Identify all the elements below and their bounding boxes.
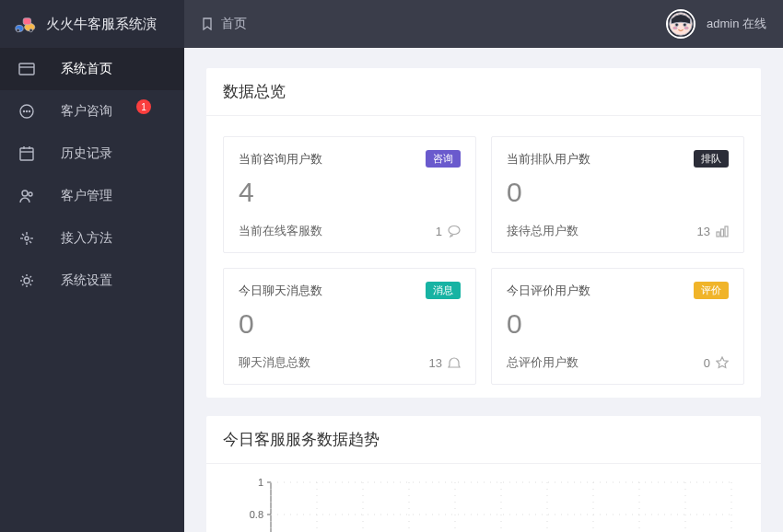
nav-label: 历史记录 (61, 145, 112, 162)
gear-icon (18, 272, 35, 289)
card-bottom-label: 总评价用户数 (507, 354, 578, 371)
card-big-value: 0 (239, 308, 461, 340)
calendar-icon (18, 145, 35, 162)
nav-history[interactable]: 历史记录 (0, 133, 184, 175)
svg-point-9 (27, 111, 28, 112)
card-big-value: 0 (507, 177, 729, 208)
svg-point-8 (24, 111, 25, 112)
overview-panel: 数据总览 当前咨询用户数咨询4当前在线客服数1当前排队用户数排队0接待总用户数1… (206, 68, 761, 398)
brand: 火火牛客服系统演 (0, 0, 184, 48)
stat-card: 当前排队用户数排队0接待总用户数13 (491, 136, 744, 253)
card-bottom-icon (716, 356, 729, 369)
connect-icon (18, 230, 35, 247)
user-status: admin 在线 (707, 16, 766, 32)
nav-settings[interactable]: 系统设置 (0, 260, 184, 302)
overview-heading: 数据总览 (206, 68, 761, 116)
svg-point-27 (675, 23, 679, 27)
card-top-label: 当前咨询用户数 (239, 151, 322, 168)
user-menu[interactable]: admin 在线 (666, 9, 766, 39)
brand-logo-icon (13, 15, 39, 33)
svg-point-17 (25, 237, 29, 240)
card-top-label: 今日聊天消息数 (239, 283, 322, 299)
svg-point-30 (684, 27, 688, 29)
card-bottom-label: 聊天消息总数 (239, 354, 310, 371)
svg-line-23 (29, 241, 31, 243)
nav-home[interactable]: 系统首页 (0, 48, 184, 90)
nav-label: 系统设置 (61, 272, 112, 289)
svg-line-22 (22, 234, 24, 236)
svg-point-31 (449, 226, 460, 235)
sidebar: 火火牛客服系统演 系统首页 客户咨询 1 历史记录 客户管理 接入方 (0, 0, 184, 532)
card-tag: 评价 (694, 282, 729, 299)
svg-point-16 (29, 192, 32, 196)
content: 数据总览 当前咨询用户数咨询4当前在线客服数1当前排队用户数排队0接待总用户数1… (184, 48, 783, 532)
card-top-label: 今日评价用户数 (507, 283, 590, 299)
trend-heading: 今日客服服务数据趋势 (206, 416, 761, 464)
users-icon (18, 188, 35, 204)
nav-consult[interactable]: 客户咨询 1 (0, 90, 184, 133)
card-bottom-icon (448, 225, 461, 237)
window-icon (18, 61, 35, 77)
card-bottom-label: 当前在线客服数 (239, 223, 322, 239)
svg-rect-33 (721, 229, 724, 237)
nav-list: 系统首页 客户咨询 1 历史记录 客户管理 接入方法 系统设置 (0, 48, 184, 302)
svg-point-15 (22, 191, 28, 196)
nav-label: 客户咨询 (61, 103, 112, 120)
trend-chart: 10.8 (206, 464, 761, 532)
stat-card: 今日评价用户数评价0总评价用户数0 (491, 268, 744, 385)
card-bottom-value: 13 (697, 225, 710, 238)
page-title: 首页 (221, 16, 247, 32)
avatar (666, 9, 695, 39)
svg-rect-32 (717, 232, 719, 237)
svg-point-10 (29, 111, 30, 112)
nav-label: 客户管理 (61, 188, 112, 204)
card-bottom-label: 接待总用户数 (507, 223, 578, 239)
nav-badge: 1 (136, 99, 151, 114)
svg-rect-5 (19, 64, 34, 75)
card-tag: 排队 (694, 150, 729, 168)
bookmark-icon (201, 17, 214, 30)
topbar: 首页 admin 在线 (184, 0, 783, 48)
svg-point-4 (29, 29, 32, 32)
stat-card: 当前咨询用户数咨询4当前在线客服数1 (223, 136, 476, 253)
card-bottom-icon (716, 225, 729, 237)
svg-point-3 (17, 29, 20, 32)
card-bottom-value: 13 (429, 356, 442, 370)
svg-rect-2 (23, 18, 30, 25)
card-big-value: 4 (239, 177, 461, 208)
svg-rect-34 (725, 226, 728, 237)
nav-label: 系统首页 (61, 61, 112, 77)
card-big-value: 0 (507, 308, 729, 340)
svg-point-28 (684, 23, 687, 27)
trend-panel: 今日客服服务数据趋势 10.8 (206, 416, 761, 532)
svg-text:1: 1 (258, 477, 263, 488)
svg-point-29 (673, 27, 677, 29)
chat-icon (18, 103, 35, 120)
nav-customers[interactable]: 客户管理 (0, 175, 184, 217)
svg-rect-11 (20, 148, 33, 160)
stat-card: 今日聊天消息数消息0聊天消息总数13 (223, 268, 476, 385)
card-tag: 咨询 (426, 150, 461, 168)
nav-integration[interactable]: 接入方法 (0, 217, 184, 260)
card-bottom-value: 1 (436, 225, 442, 238)
svg-text:0.8: 0.8 (250, 509, 263, 520)
card-tag: 消息 (426, 282, 461, 299)
card-bottom-icon (448, 356, 461, 369)
nav-label: 接入方法 (61, 230, 112, 247)
card-bottom-value: 0 (704, 356, 710, 370)
card-top-label: 当前排队用户数 (507, 151, 590, 168)
brand-title: 火火牛客服系统演 (46, 16, 157, 33)
svg-point-24 (24, 278, 29, 283)
